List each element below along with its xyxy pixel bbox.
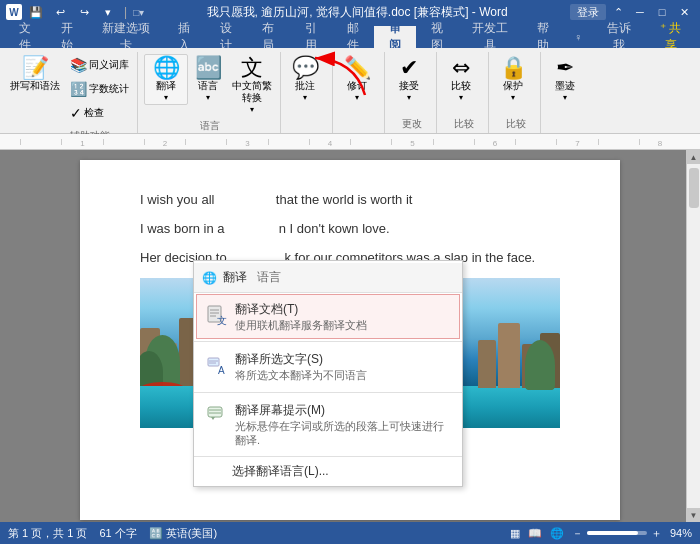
ribbon-toggle[interactable]: ⌃ xyxy=(608,4,628,20)
dropdown-divider-3 xyxy=(194,456,462,457)
chinese-convert-button[interactable]: 文 中文简繁转换 ▾ xyxy=(228,54,276,117)
scroll-down-button[interactable]: ▼ xyxy=(687,508,701,522)
tab-view[interactable]: 视图 xyxy=(416,26,458,48)
title-bar-left: W 💾 ↩ ↪ ▾ | □▾ xyxy=(6,4,144,20)
translate-icon: 🌐 xyxy=(153,57,180,79)
undo-button[interactable]: ↩ xyxy=(50,4,70,20)
translate-hint-item[interactable]: 翻译屏幕提示(M) 光标悬停在字词或所选的段落上可快速进行翻译. xyxy=(196,395,460,455)
custom-btn2: □▾ xyxy=(133,7,144,18)
view-normal[interactable]: ▦ xyxy=(510,527,520,540)
lang-text: 英语(美国) xyxy=(166,527,217,539)
tab-help[interactable]: 帮助 xyxy=(522,26,564,48)
ink-buttons: ✒ 墨迹 ▾ xyxy=(547,54,589,129)
tab-layout[interactable]: 布局 xyxy=(247,26,289,48)
svg-marker-13 xyxy=(211,417,215,420)
translate-hint-content: 翻译屏幕提示(M) 光标悬停在字词或所选的段落上可快速进行翻译. xyxy=(235,402,451,448)
comments-buttons: 💬 批注 ▾ xyxy=(287,54,328,129)
translate-sel-title: 翻译所选文字(S) xyxy=(235,351,367,368)
protect-button[interactable]: 🔒 保护 ▾ xyxy=(495,54,531,105)
translate-hint-icon xyxy=(205,404,229,428)
word-count-button[interactable]: 🔢 字数统计 xyxy=(66,78,133,100)
translate-sel-icon: A xyxy=(205,353,229,377)
ink-button[interactable]: ✒ 墨迹 ▾ xyxy=(547,54,583,105)
select-language-item[interactable]: 选择翻译语言(L)... xyxy=(194,459,462,484)
translate-document-item[interactable]: 文 翻译文档(T) 使用联机翻译服务翻译文档 xyxy=(196,294,460,339)
language-label: 语言 xyxy=(144,117,276,133)
page-info: 第 1 页，共 1 页 xyxy=(8,526,87,541)
zoom-in-button[interactable]: ＋ xyxy=(651,526,662,541)
translate-hint-title: 翻译屏幕提示(M) xyxy=(235,402,451,419)
translate-dropdown: 🌐 翻译 语言 文 翻译文档(T) 使用联机翻译服务翻译文档 xyxy=(193,260,463,487)
tab-design[interactable]: 设计 xyxy=(205,26,247,48)
redo-button[interactable]: ↪ xyxy=(74,4,94,20)
tab-mailings[interactable]: 邮件 xyxy=(332,26,374,48)
tab-tellme[interactable]: 告诉我 xyxy=(592,26,645,48)
language-status: 🔠 英语(美国) xyxy=(149,526,217,541)
zoom-out-button[interactable]: － xyxy=(572,526,583,541)
document-area: I wish you all that the world is worth i… xyxy=(0,150,700,522)
dropdown-divider-2 xyxy=(194,392,462,393)
tab-accessibility[interactable]: ♀ xyxy=(564,26,592,48)
ruler-marks: 1 2 3 4 5 6 7 8 xyxy=(20,139,680,145)
lang-icon: 🔠 xyxy=(149,527,163,539)
ribbon-tabs: 文件 开始 新建选项卡 插入 设计 布局 引用 邮件 审阅 视图 开发工具 帮助… xyxy=(0,24,700,48)
close-button[interactable]: ✕ xyxy=(674,4,694,20)
maximize-button[interactable]: □ xyxy=(652,4,672,20)
vertical-scrollbar[interactable]: ▲ ▼ xyxy=(686,150,700,522)
accept-button[interactable]: ✔ 接受 ▾ xyxy=(391,54,427,105)
view-read[interactable]: 📖 xyxy=(528,527,542,540)
login-button[interactable]: 登录 xyxy=(570,4,606,20)
tab-share[interactable]: ⁺ 共享 xyxy=(645,26,696,48)
changes-buttons: ✔ 接受 ▾ xyxy=(391,54,432,115)
tab-newtab[interactable]: 新建选项卡 xyxy=(88,26,163,48)
protect-icon: 🔒 xyxy=(500,57,527,79)
tracking-buttons: ✏️ 修订 ▾ xyxy=(339,54,380,129)
group-changes: ✔ 接受 ▾ 更改 xyxy=(387,52,437,133)
compare-label: 比较 xyxy=(443,115,484,131)
translate-doc-content: 翻译文档(T) 使用联机翻译服务翻译文档 xyxy=(235,301,367,332)
spell-check-button[interactable]: 📝 拼写和语法 xyxy=(6,54,64,95)
dropdown-divider-1 xyxy=(194,341,462,342)
scroll-up-button[interactable]: ▲ xyxy=(687,150,701,164)
scroll-thumb[interactable] xyxy=(689,168,699,208)
zoom-bar: － ＋ xyxy=(572,526,662,541)
ribbon-content: 📝 拼写和语法 📚 同义词库 🔢 字数统计 ✓ 检查 辅助功能 xyxy=(0,48,700,134)
tab-home[interactable]: 开始 xyxy=(46,26,88,48)
translate-sel-desc: 将所选文本翻译为不同语言 xyxy=(235,368,367,382)
save-button[interactable]: 💾 xyxy=(26,4,46,20)
tab-insert[interactable]: 插入 xyxy=(163,26,205,48)
doc-line-1: I wish you all that the world is worth i… xyxy=(140,190,560,211)
tab-review[interactable]: 审阅 xyxy=(374,26,416,48)
translate-sel-content: 翻译所选文字(S) 将所选文本翻译为不同语言 xyxy=(235,351,367,382)
protect-label: 比较 xyxy=(495,115,536,131)
status-bar: 第 1 页，共 1 页 61 个字 🔠 英语(美国) ▦ 📖 🌐 － ＋ 94% xyxy=(0,522,700,544)
proofing-buttons: 📝 拼写和语法 📚 同义词库 🔢 字数统计 ✓ 检查 辅助功能 xyxy=(6,54,133,146)
word-count: 61 个字 xyxy=(99,526,136,541)
document-title: 我只愿我, 逾历山河, 觉得人间值得.doc [兼容模式] - Word xyxy=(144,4,570,21)
compare-button[interactable]: ⇔ 比较 ▾ xyxy=(443,54,479,105)
ink-icon: ✒ xyxy=(556,57,574,79)
dropdown-header-icon: 🌐 xyxy=(202,271,217,285)
group-compare: ⇔ 比较 ▾ 比较 xyxy=(439,52,489,133)
tracking-icon: ✏️ xyxy=(344,57,371,79)
translate-selection-item[interactable]: A 翻译所选文字(S) 将所选文本翻译为不同语言 xyxy=(196,344,460,389)
compare-buttons: ⇔ 比较 ▾ xyxy=(443,54,484,115)
doc-line-2: I was born in a n I don't kown love. xyxy=(140,219,560,240)
customize-button[interactable]: ▾ xyxy=(98,4,118,20)
zoom-track[interactable] xyxy=(587,531,647,535)
language-button[interactable]: 🔤 语言 ▾ xyxy=(190,54,226,105)
minimize-button[interactable]: ─ xyxy=(630,4,650,20)
status-right: ▦ 📖 🌐 － ＋ 94% xyxy=(510,526,692,541)
tab-file[interactable]: 文件 xyxy=(4,26,46,48)
zoom-level[interactable]: 94% xyxy=(670,527,692,539)
tab-references[interactable]: 引用 xyxy=(289,26,331,48)
translate-button[interactable]: 🌐 翻译 ▾ xyxy=(144,54,188,105)
comment-button[interactable]: 💬 批注 ▾ xyxy=(287,54,323,105)
thesaurus-button[interactable]: 📚 同义词库 xyxy=(66,54,133,76)
view-web[interactable]: 🌐 xyxy=(550,527,564,540)
check-accessibility-button[interactable]: ✓ 检查 xyxy=(66,102,133,124)
group-comments: 💬 批注 ▾ xyxy=(283,52,333,133)
tab-developer[interactable]: 开发工具 xyxy=(458,26,522,48)
track-changes-button[interactable]: ✏️ 修订 ▾ xyxy=(339,54,375,105)
window-controls: 登录 ⌃ ─ □ ✕ xyxy=(570,4,694,20)
